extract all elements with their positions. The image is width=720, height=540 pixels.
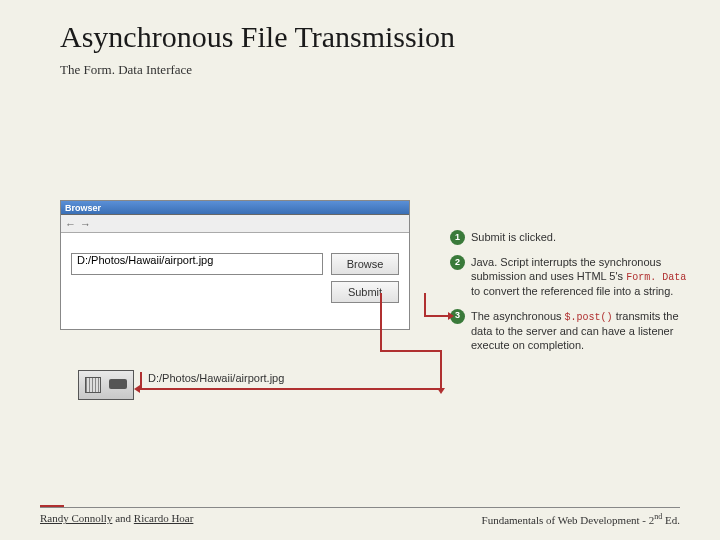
book-post: Ed. bbox=[662, 514, 680, 526]
arrow-2-head bbox=[448, 312, 454, 320]
footer-book: Fundamentals of Web Development - 2nd Ed… bbox=[482, 512, 680, 526]
author-join: and bbox=[112, 512, 133, 524]
arrow-3-seg bbox=[440, 350, 442, 390]
nav-forward-icon[interactable]: → bbox=[80, 218, 91, 230]
footer-authors: Randy Connolly and Ricardo Hoar bbox=[40, 512, 193, 526]
arrow-3-head bbox=[437, 388, 445, 394]
annotation-2-post: to convert the referenced file into a st… bbox=[471, 285, 673, 297]
server-caption: D:/Photos/Hawaii/airport.jpg bbox=[148, 372, 284, 384]
arrow-3-seg bbox=[140, 372, 142, 390]
annotation-2-code: Form. Data bbox=[626, 272, 686, 283]
annotation-3-code: $.post() bbox=[565, 312, 613, 323]
footer: Randy Connolly and Ricardo Hoar Fundamen… bbox=[40, 507, 680, 526]
browser-toolbar: ← → bbox=[61, 215, 409, 233]
arrow-3-seg bbox=[380, 350, 442, 352]
annotation-3-pre: The asynchronous bbox=[471, 310, 565, 322]
nav-back-icon[interactable]: ← bbox=[65, 218, 76, 230]
arrow-3-seg bbox=[380, 293, 382, 350]
arrow-2-seg bbox=[424, 315, 450, 317]
annotation-2: 2 Java. Script interrupts the synchronou… bbox=[450, 255, 690, 299]
form-area: D:/Photos/Hawaii/airport.jpg Browse Subm… bbox=[61, 233, 409, 313]
annotation-1: 1 Submit is clicked. bbox=[450, 230, 690, 245]
arrow-3-seg bbox=[140, 388, 442, 390]
arrow-2-seg bbox=[424, 293, 426, 317]
author-1: Randy Connolly bbox=[40, 512, 112, 524]
annotation-3-text: The asynchronous $.post() transmits the … bbox=[471, 309, 690, 353]
browse-button[interactable]: Browse bbox=[331, 253, 399, 275]
file-path-input[interactable]: D:/Photos/Hawaii/airport.jpg bbox=[71, 253, 323, 275]
browser-title-label: Browser bbox=[65, 203, 101, 213]
slide-title: Asynchronous File Transmission bbox=[60, 20, 660, 54]
diagram: Browser ← → D:/Photos/Hawaii/airport.jpg… bbox=[60, 200, 690, 480]
server-icon bbox=[78, 370, 138, 410]
slide: Asynchronous File Transmission The Form.… bbox=[0, 0, 720, 540]
slide-subtitle: The Form. Data Interface bbox=[60, 62, 660, 78]
annotation-1-text: Submit is clicked. bbox=[471, 230, 556, 245]
annotation-3: 3 The asynchronous $.post() transmits th… bbox=[450, 309, 690, 353]
book-pre: Fundamentals of Web Development - 2 bbox=[482, 514, 655, 526]
submit-button[interactable]: Submit bbox=[331, 281, 399, 303]
footer-row: Randy Connolly and Ricardo Hoar Fundamen… bbox=[40, 512, 680, 526]
file-row: D:/Photos/Hawaii/airport.jpg Browse bbox=[71, 253, 399, 275]
annotation-list: 1 Submit is clicked. 2 Java. Script inte… bbox=[450, 230, 690, 362]
browser-window: Browser ← → D:/Photos/Hawaii/airport.jpg… bbox=[60, 200, 410, 330]
author-2: Ricardo Hoar bbox=[134, 512, 194, 524]
step-badge-1: 1 bbox=[450, 230, 465, 245]
browser-titlebar: Browser bbox=[61, 201, 409, 215]
step-badge-2: 2 bbox=[450, 255, 465, 270]
footer-rule bbox=[40, 507, 680, 508]
annotation-2-text: Java. Script interrupts the synchronous … bbox=[471, 255, 690, 299]
submit-row: Submit bbox=[71, 281, 399, 303]
